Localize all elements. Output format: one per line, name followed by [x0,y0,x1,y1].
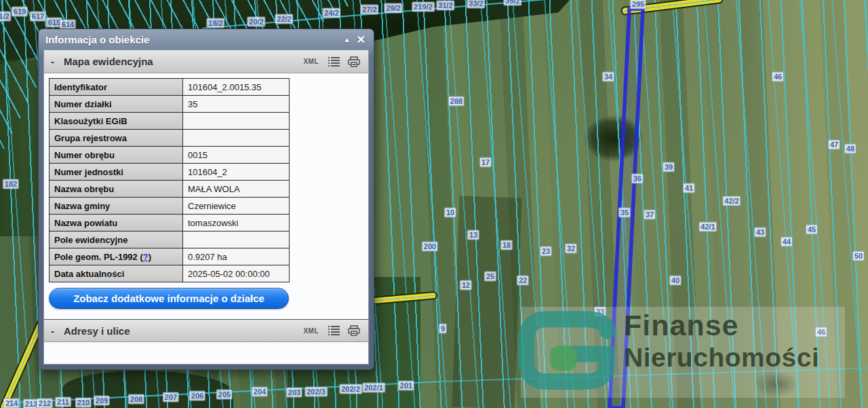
row-label: Nazwa gminy [50,198,183,215]
row-label: Data aktualności [50,265,183,282]
tree-clump [746,367,807,402]
row-value: 101604_2.0015.35 [183,79,290,96]
section-label: Mapa ewidencyjna [64,56,303,67]
table-row: Numer jednostki101604_2 [50,164,290,181]
row-value [183,113,290,130]
row-value: 35 [183,96,290,113]
parcel-label: 17 [479,157,492,168]
parcel-label: 46 [772,72,784,82]
section-adresy-i-ulice[interactable]: - Adresy i ulice XML [44,319,368,342]
parcel-label: 50 [852,251,865,261]
collapse-icon[interactable]: - [51,56,54,67]
row-value: 0015 [183,147,290,164]
row-label: Klasoużytki EGiB [50,113,183,130]
parcel-label: 43 [754,227,766,238]
parcel-info-table: Identyfikator101604_2.0015.35Numer dział… [49,78,290,282]
minimize-icon[interactable]: ▲ [344,36,351,43]
parcel-label: 27/2 [360,5,378,15]
parcel-label: 204 [252,387,268,397]
row-value: 0.9207 ha [183,248,290,265]
row-value: Czerniewice [183,198,290,215]
popup-content: - Mapa ewidencyjna XML Identyfikator1016… [43,50,369,365]
table-row: Grupa rejestrowa [50,130,290,147]
parcel-label: 32 [565,244,577,254]
table-row: Nazwa powiatutomaszowski [50,215,290,231]
close-icon[interactable]: ✕ [357,33,366,46]
table-row: Nazwa obrębuMAŁA WOLA [50,181,290,198]
row-label: Nazwa powiatu [50,215,183,231]
parcel-label: 23 [540,246,552,257]
parcel-label: 39 [663,162,675,172]
parcel-label: 36 [631,174,644,184]
row-label: Grupa rejestrowa [50,130,183,147]
row-value: tomaszowski [183,215,290,231]
collapse-icon[interactable]: - [51,325,54,337]
popup-titlebar[interactable]: Informacja o obiekcie ▲ ✕ [39,29,374,50]
parcel-label: 37 [644,210,656,220]
table-row: Numer działki35 [50,96,290,113]
row-value: 2025-05-02 00:00:00 [183,265,290,282]
parcel-label: 29/2 [384,3,402,14]
parcel-label: 33/2 [467,0,485,9]
list-icon[interactable] [328,57,340,67]
table-row: Pole geom. PL-1992 (?)0.9207 ha [50,248,290,265]
row-label: Pole geom. PL-1992 (?) [50,248,183,265]
list-icon[interactable] [328,326,340,335]
row-value [183,130,290,147]
parcel-label: 42/1 [698,222,717,232]
row-label: Numer działki [50,96,183,113]
parcel-label: 45 [806,225,818,235]
info-popup: Informacja o obiekcie ▲ ✕ - Mapa ewidenc… [38,29,374,370]
table-row: Identyfikator101604_2.0015.35 [50,79,290,96]
table-row: Nazwa gminyCzerniewice [50,198,290,215]
dark-field-column [452,196,522,408]
parcel-label: 47 [828,140,840,150]
parcel-label: 35 [618,208,631,218]
parcel-label: 200 [422,242,438,252]
row-label: Nazwa obrębu [50,181,183,198]
tree-clump [574,107,654,170]
table-row: Numer obrębu0015 [50,147,290,164]
parcel-label: 9 [439,324,447,334]
geoportal-screen: 1/261961761561418/220/222/224/227/229/22… [0,0,868,408]
parcel-label: 288 [448,96,465,107]
row-value: 101604_2 [183,164,290,181]
table-row: Data aktualności2025-05-02 00:00:00 [50,265,290,282]
popup-title: Informacja o obiekcie [45,34,344,45]
section-label: Adresy i ulice [64,325,303,337]
parcel-label: 42/2 [722,196,741,206]
xml-link[interactable]: XML [303,327,319,335]
parcel-label: 35/2 [503,0,521,6]
table-row: Klasoużytki EGiB [50,113,290,130]
section-mapa-ewidencyjna[interactable]: - Mapa ewidencyjna XML [44,50,368,73]
row-label: Identyfikator [50,79,183,96]
parcel-label: 212 [37,398,53,408]
parcel-label: 31/2 [436,1,454,11]
row-label: Numer jednostki [50,164,183,181]
parcel-label: 40 [669,276,682,286]
parcel-label: 46 [815,327,827,337]
help-link[interactable]: ? [143,252,149,262]
print-icon[interactable] [348,56,360,67]
table-row: Pole ewidencyjne [50,231,290,248]
parcel-label: 10 [444,208,456,218]
row-label: Pole ewidencyjne [50,231,183,248]
parcel-label: 48 [844,144,856,154]
row-label: Numer obrębu [50,147,183,164]
parcel-label: 34 [602,72,614,82]
parcel-label: 41 [683,183,695,193]
parcel-label: 213 [23,399,39,408]
row-value: MAŁA WOLA [183,181,290,198]
xml-link[interactable]: XML [303,58,319,65]
print-icon[interactable] [348,325,360,336]
more-info-button[interactable]: Zobacz dodatkowe informacje o działce [49,288,289,309]
forest-area-bottom [62,371,233,408]
parcel-label: 44 [781,237,793,247]
parcel-label: 219/2 [412,2,435,12]
road-segment [620,0,724,16]
row-value [183,231,290,248]
parcel-label: 33 [594,307,606,317]
